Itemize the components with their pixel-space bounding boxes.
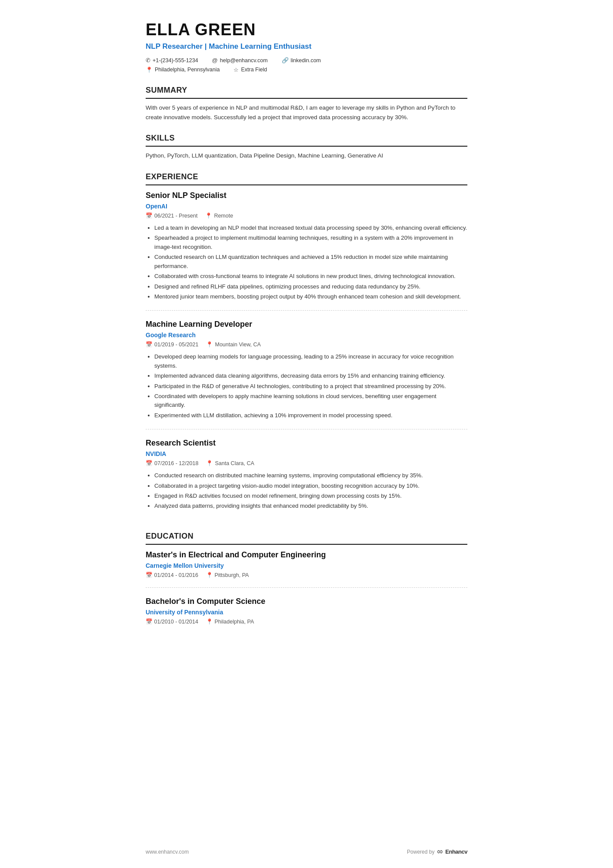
job-meta-google: 📅 01/2019 - 05/2021 📍 Mountain View, CA <box>146 341 467 349</box>
job-bullets-nvidia: Conducted research on distributed machin… <box>146 471 467 511</box>
edu-upenn: Bachelor's in Computer Science Universit… <box>146 596 467 634</box>
job-openai: Senior NLP Specialist OpenAI 📅 06/2021 -… <box>146 190 467 311</box>
company-openai: OpenAI <box>146 202 467 211</box>
bullet-item: Engaged in R&D activities focused on mod… <box>154 492 467 500</box>
bullet-item: Analyzed data patterns, providing insigh… <box>154 502 467 510</box>
bullet-item: Conducted research on LLM quantization t… <box>154 253 467 271</box>
star-icon: ☆ <box>233 66 239 74</box>
skills-text: Python, PyTorch, LLM quantization, Data … <box>146 151 467 161</box>
bullet-item: Implemented advanced data cleaning algor… <box>154 372 467 380</box>
email-value: help@enhancv.com <box>220 57 268 65</box>
location-value: Philadelphia, Pennsylvania <box>155 66 220 74</box>
job-bullets-openai: Led a team in developing an NLP model th… <box>146 224 467 302</box>
bullet-item: Developed deep learning models for langu… <box>154 352 467 370</box>
header-section: ELLA GREEN NLP Researcher | Machine Lear… <box>146 21 467 74</box>
job-dates-nvidia: 📅 07/2016 - 12/2018 <box>146 459 198 468</box>
calendar-icon-cmu: 📅 <box>146 572 153 578</box>
edu-degree-upenn: Bachelor's in Computer Science <box>146 596 467 607</box>
experience-section: EXPERIENCE Senior NLP Specialist OpenAI … <box>146 171 467 520</box>
job-title-nvidia: Research Scientist <box>146 437 467 449</box>
linkedin-icon: 🔗 <box>282 56 289 65</box>
education-section: EDUCATION Master's in Electrical and Com… <box>146 530 467 634</box>
enhancv-logo-symbol: ∞ <box>437 846 443 858</box>
bullet-item: Mentored junior team members, boosting p… <box>154 292 467 301</box>
calendar-icon-google: 📅 <box>146 341 153 349</box>
edu-school-upenn: University of Pennsylvania <box>146 608 467 617</box>
edu-cmu: Master's in Electrical and Computer Engi… <box>146 549 467 588</box>
job-dates-google: 📅 01/2019 - 05/2021 <box>146 341 198 349</box>
job-title-openai: Senior NLP Specialist <box>146 190 467 201</box>
contact-row-1: ✆ +1-(234)-555-1234 @ help@enhancv.com 🔗… <box>146 56 467 65</box>
bullet-item: Designed and refined RLHF data pipelines… <box>154 282 467 291</box>
location-item: 📍 Philadelphia, Pennsylvania <box>146 66 220 74</box>
job-meta-nvidia: 📅 07/2016 - 12/2018 📍 Santa Clara, CA <box>146 459 467 468</box>
email-icon: @ <box>212 56 218 65</box>
bullet-item: Spearheaded a project to implement multi… <box>154 234 467 251</box>
candidate-title: NLP Researcher | Machine Learning Enthus… <box>146 41 467 52</box>
pin-icon-cmu: 📍 <box>206 572 213 578</box>
bullet-item: Participated in the R&D of generative AI… <box>154 382 467 391</box>
location-icon: 📍 <box>146 66 153 74</box>
edu-location-upenn: 📍 Philadelphia, PA <box>206 618 254 626</box>
bullet-item: Collaborated in a project targeting visi… <box>154 482 467 490</box>
edu-location-cmu: 📍 Pittsburgh, PA <box>206 571 249 580</box>
job-google: Machine Learning Developer Google Resear… <box>146 318 467 429</box>
pin-icon-upenn: 📍 <box>206 619 213 625</box>
linkedin-item: 🔗 linkedin.com <box>282 56 321 65</box>
edu-meta-cmu: 📅 01/2014 - 01/2016 📍 Pittsburgh, PA <box>146 571 467 580</box>
pin-icon-openai: 📍 <box>205 212 212 220</box>
page-footer: www.enhancv.com Powered by ∞ Enhancv <box>146 846 467 858</box>
job-title-google: Machine Learning Developer <box>146 318 467 330</box>
summary-title: SUMMARY <box>146 84 467 99</box>
company-nvidia: NVIDIA <box>146 449 467 459</box>
edu-dates-upenn: 📅 01/2010 - 01/2014 <box>146 618 198 626</box>
footer-brand: Powered by ∞ Enhancv <box>407 846 467 858</box>
education-title: EDUCATION <box>146 530 467 545</box>
phone-value: +1-(234)-555-1234 <box>153 57 198 65</box>
skills-section: SKILLS Python, PyTorch, LLM quantization… <box>146 132 467 161</box>
candidate-name: ELLA GREEN <box>146 21 467 39</box>
calendar-icon-nvidia: 📅 <box>146 459 153 468</box>
job-location-openai: 📍 Remote <box>205 212 233 220</box>
extra-field-item: ☆ Extra Field <box>233 66 267 74</box>
job-location-nvidia: 📍 Santa Clara, CA <box>206 459 254 468</box>
enhancv-brand-name: Enhancv <box>445 848 467 856</box>
job-location-google: 📍 Mountain View, CA <box>206 341 260 349</box>
calendar-icon-openai: 📅 <box>146 212 153 220</box>
job-dates-openai: 📅 06/2021 - Present <box>146 212 197 220</box>
job-meta-openai: 📅 06/2021 - Present 📍 Remote <box>146 212 467 220</box>
pin-icon-google: 📍 <box>206 341 213 349</box>
bullet-item: Collaborated with cross-functional teams… <box>154 272 467 281</box>
powered-by-label: Powered by <box>407 848 434 856</box>
phone-icon: ✆ <box>146 56 150 65</box>
edu-school-cmu: Carnegie Mellon University <box>146 561 467 570</box>
edu-degree-cmu: Master's in Electrical and Computer Engi… <box>146 549 467 561</box>
contact-row-2: 📍 Philadelphia, Pennsylvania ☆ Extra Fie… <box>146 66 467 74</box>
bullet-item: Experimented with LLM distillation, achi… <box>154 411 467 420</box>
footer-website: www.enhancv.com <box>146 848 189 856</box>
pin-icon-nvidia: 📍 <box>206 459 213 468</box>
extra-field-value: Extra Field <box>241 66 267 74</box>
job-nvidia: Research Scientist NVIDIA 📅 07/2016 - 12… <box>146 437 467 520</box>
bullet-item: Coordinated with developers to apply mac… <box>154 392 467 410</box>
edu-dates-cmu: 📅 01/2014 - 01/2016 <box>146 571 198 580</box>
linkedin-value: linkedin.com <box>291 57 321 65</box>
skills-title: SKILLS <box>146 132 467 147</box>
experience-title: EXPERIENCE <box>146 171 467 185</box>
bullet-item: Conducted research on distributed machin… <box>154 471 467 480</box>
bullet-item: Led a team in developing an NLP model th… <box>154 224 467 232</box>
email-item: @ help@enhancv.com <box>212 56 268 65</box>
job-bullets-google: Developed deep learning models for langu… <box>146 352 467 420</box>
summary-section: SUMMARY With over 5 years of experience … <box>146 84 467 122</box>
company-google: Google Research <box>146 331 467 340</box>
phone-item: ✆ +1-(234)-555-1234 <box>146 56 198 65</box>
resume-page: ELLA GREEN NLP Researcher | Machine Lear… <box>120 0 493 868</box>
summary-text: With over 5 years of experience in NLP a… <box>146 103 467 122</box>
edu-meta-upenn: 📅 01/2010 - 01/2014 📍 Philadelphia, PA <box>146 618 467 626</box>
calendar-icon-upenn: 📅 <box>146 619 153 625</box>
